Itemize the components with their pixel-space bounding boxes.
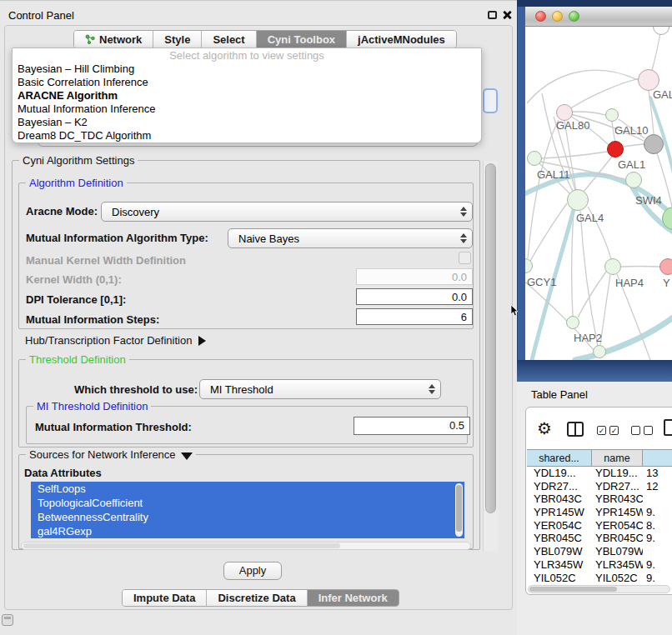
tab-network[interactable]: Network <box>74 31 153 48</box>
sources-title[interactable]: Sources for Network Inference <box>26 448 196 461</box>
mi-algorithm-type-select[interactable]: Naive Bayes <box>228 228 473 248</box>
kernel-width-label: Kernel Width (0,1): <box>26 273 122 286</box>
mi-threshold-field[interactable]: 0.5 <box>354 417 470 435</box>
sources-hscrollbar[interactable] <box>21 542 471 550</box>
algorithm-option[interactable]: Bayesian – K2 <box>13 116 481 129</box>
table-hscrollbar[interactable] <box>528 585 670 593</box>
gear-icon[interactable]: ⚙ <box>537 419 552 438</box>
attribute-item[interactable]: TopologicalCoefficient <box>31 496 464 510</box>
table-row[interactable]: YDL19...YDL19...13 <box>527 467 672 480</box>
which-threshold-label: Which threshold to use: <box>74 383 198 396</box>
cell <box>643 545 672 558</box>
cell: YIL052C <box>527 572 592 585</box>
threshold-definition-group: Threshold Definition Which threshold to … <box>18 359 474 448</box>
data-attributes-label: Data Attributes <box>24 467 102 479</box>
cell: 9. <box>643 558 672 572</box>
float-window-icon[interactable] <box>488 11 497 19</box>
tab-infer-network-label: Infer Network <box>318 592 388 604</box>
tab-style[interactable]: Style <box>153 31 202 48</box>
mi-steps-field[interactable]: 6 <box>356 308 473 325</box>
network-node-hap2[interactable] <box>566 316 579 329</box>
deselect-all-checkboxes-icon[interactable] <box>631 426 653 435</box>
network-node-gal80[interactable] <box>556 104 573 121</box>
dock-icon[interactable] <box>2 614 13 626</box>
table-row[interactable]: YIL052CYIL052C9. <box>527 572 672 585</box>
table-row[interactable]: YBL079WYBL079W <box>527 545 672 558</box>
cell: YER054C <box>592 519 643 532</box>
select-all-checkboxes-icon[interactable]: ✓ ✓ <box>597 426 619 435</box>
kernel-width-field[interactable]: 0.0 <box>356 268 473 285</box>
column-header-name[interactable]: name <box>592 450 643 466</box>
minimize-traffic-light[interactable] <box>552 11 563 22</box>
control-panel-titlebar <box>0 0 517 25</box>
manual-kernel-checkbox[interactable] <box>459 252 471 264</box>
network-node-gal11[interactable] <box>527 151 542 166</box>
network-node-gal1[interactable] <box>607 141 624 158</box>
algorithm-option[interactable]: Mutual Information Inference <box>13 102 481 116</box>
table-row[interactable]: YBR045CYBR045C9. <box>527 532 672 545</box>
attribute-item[interactable]: SelfLoops <box>31 482 464 496</box>
settings-scrollbar[interactable] <box>483 161 498 551</box>
cell: YIL052C <box>592 572 643 585</box>
table-row[interactable]: YBR043CYBR043C <box>527 492 672 506</box>
apply-button[interactable]: Apply <box>223 562 282 580</box>
table-row[interactable]: YER054CYER054C8. <box>527 519 672 532</box>
table-row[interactable]: YDR27...YDR27...12 <box>527 480 672 493</box>
hub-expander[interactable]: Hub/Transcription Factor Definition <box>25 334 206 347</box>
network-window-titlebar[interactable] <box>525 7 672 27</box>
combo-stepper-icon <box>424 384 440 394</box>
threshold-definition-title: Threshold Definition <box>26 353 129 366</box>
network-node[interactable] <box>659 258 672 275</box>
network-node-hap4[interactable] <box>604 258 621 275</box>
cell: 13 <box>643 467 672 480</box>
close-icon[interactable] <box>502 10 512 20</box>
columns-icon[interactable] <box>567 422 584 437</box>
column-header-partial[interactable] <box>643 450 672 466</box>
attribute-item[interactable]: BetweennessCentrality <box>31 510 464 524</box>
tab-impute-data[interactable]: Impute Data <box>123 590 207 606</box>
network-node-swi4[interactable] <box>625 172 642 188</box>
table-header-row: shared... name <box>527 449 672 467</box>
checked-checkbox-icon: ✓ <box>597 426 606 435</box>
network-canvas[interactable]: GAL7 GAL80 GAL10 GAL1 GAL11 SWI4 GAL4 GC… <box>525 27 672 360</box>
table-row[interactable]: YLR345WYLR345W9. <box>527 558 672 572</box>
cell: YBR045C <box>592 532 643 545</box>
attributes-scrollbar-thumb[interactable] <box>456 485 462 532</box>
sources-hscrollbar-thumb[interactable] <box>23 543 340 548</box>
network-node-gal10[interactable] <box>644 134 664 154</box>
zoom-traffic-light[interactable] <box>569 11 579 22</box>
tab-infer-network[interactable]: Infer Network <box>308 590 399 606</box>
new-table-icon[interactable] <box>664 419 672 436</box>
network-node[interactable] <box>593 345 606 358</box>
tab-style-label: Style <box>164 33 190 46</box>
table-row[interactable]: YPR145WYPR145W9. <box>527 506 672 519</box>
algorithm-option-selected[interactable]: ARACNE Algorithm <box>13 89 481 102</box>
mouse-cursor <box>510 305 519 317</box>
which-threshold-select[interactable]: MI Threshold <box>199 379 441 399</box>
tab-cyni-toolbox[interactable]: Cyni Toolbox <box>257 31 347 48</box>
bottom-tabbar: Impute Data Discretize Data Infer Networ… <box>122 589 399 607</box>
network-node[interactable] <box>605 108 619 122</box>
tab-discretize-data[interactable]: Discretize Data <box>207 590 307 606</box>
attribute-item[interactable]: gal4RGexp <box>31 524 464 538</box>
tab-select[interactable]: Select <box>202 31 256 48</box>
close-traffic-light[interactable] <box>535 11 546 22</box>
table-hscrollbar-thumb[interactable] <box>529 587 617 592</box>
algorithm-option[interactable]: Basic Correlation Inference <box>13 76 481 89</box>
column-header-shared[interactable]: shared... <box>527 450 592 466</box>
algorithm-option[interactable]: Dream8 DC_TDC Algorithm <box>13 129 481 142</box>
data-attributes-list: SelfLoops TopologicalCoefficient Between… <box>31 482 464 538</box>
control-panel-tabbar: Network Style Select Cyni Toolbox jActiv… <box>73 30 457 48</box>
attributes-scrollbar[interactable] <box>455 483 463 537</box>
node-label: HAP4 <box>615 277 644 289</box>
algorithm-option[interactable]: Bayesian – Hill Climbing <box>13 62 481 76</box>
aracne-mode-select[interactable]: Discovery <box>101 202 473 222</box>
settings-scrollbar-thumb[interactable] <box>485 163 496 513</box>
tab-jactivemnodules[interactable]: jActiveMNodules <box>347 31 456 48</box>
desktop-background <box>517 360 672 382</box>
cell: YBR043C <box>592 492 643 506</box>
focused-combobox-sliver <box>483 88 498 113</box>
cell: YBR043C <box>527 492 592 506</box>
dpi-tolerance-field[interactable]: 0.0 <box>356 288 473 305</box>
network-node-gal4[interactable] <box>567 189 589 211</box>
